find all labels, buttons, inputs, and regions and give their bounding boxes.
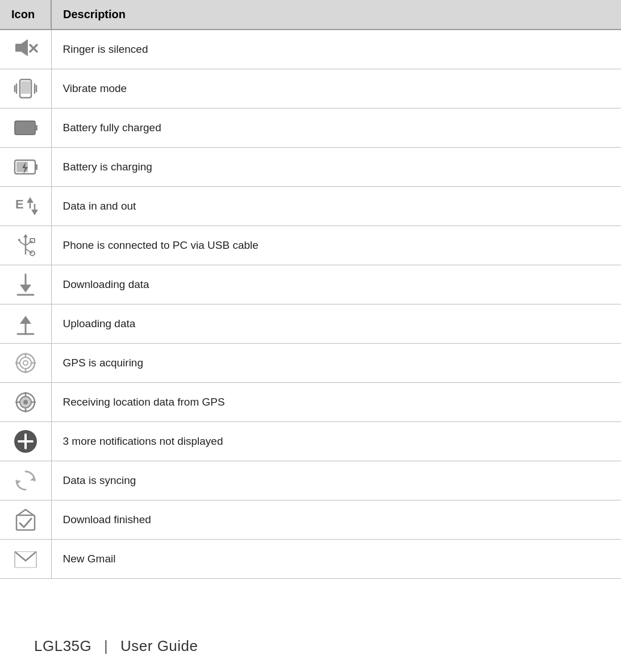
- battery-charging-icon: [0, 148, 51, 187]
- more-notifications-icon: [0, 422, 51, 461]
- row-description: 3 more notifications not displayed: [51, 422, 621, 461]
- svg-rect-54: [16, 515, 35, 530]
- row-description: Ringer is silenced: [51, 30, 621, 69]
- svg-marker-30: [20, 285, 31, 293]
- footer-separator: |: [104, 637, 108, 655]
- svg-point-37: [23, 361, 28, 365]
- svg-marker-1: [21, 39, 28, 56]
- gps-acquiring-icon: [0, 344, 51, 383]
- table-row: Ringer is silenced: [0, 30, 621, 69]
- row-description: Uploading data: [51, 304, 621, 344]
- footer: LGL35G | User Guide: [0, 615, 621, 672]
- data-syncing-icon: [0, 461, 51, 500]
- row-description: Data in and out: [51, 187, 621, 226]
- row-description: New Gmail: [51, 540, 621, 579]
- downloading-icon: [0, 265, 51, 304]
- header-icon-col: Icon: [0, 0, 51, 30]
- table-row: Download finished: [0, 500, 621, 540]
- row-description: Download finished: [51, 500, 621, 540]
- svg-marker-18: [27, 197, 34, 203]
- svg-point-44: [23, 400, 28, 404]
- row-description: GPS is acquiring: [51, 344, 621, 383]
- svg-rect-5: [21, 81, 30, 94]
- row-description: Battery fully charged: [51, 108, 621, 148]
- table-row: E Data in and out: [0, 187, 621, 226]
- footer-model: LGL35G: [34, 637, 91, 654]
- table-row: Vibrate mode: [0, 69, 621, 108]
- page-wrapper: Icon Description Ringer is silenced Vibr…: [0, 0, 621, 672]
- row-description: Downloading data: [51, 265, 621, 304]
- usb-connected-icon: [0, 226, 51, 265]
- data-in-out-icon: E: [0, 187, 51, 226]
- row-description: Vibrate mode: [51, 69, 621, 108]
- svg-text:E: E: [15, 197, 24, 211]
- new-gmail-icon: [0, 540, 51, 579]
- row-description: Phone is connected to PC via USB cable: [51, 226, 621, 265]
- row-description: Receiving location data from GPS: [51, 383, 621, 422]
- gps-receiving-icon: [0, 383, 51, 422]
- table-row: Data is syncing: [0, 461, 621, 500]
- row-description: Battery is charging: [51, 148, 621, 187]
- table-row: New Gmail: [0, 540, 621, 579]
- svg-marker-20: [31, 210, 38, 215]
- svg-marker-28: [18, 239, 21, 243]
- svg-rect-13: [35, 164, 37, 170]
- svg-rect-11: [35, 125, 37, 131]
- table-row: Battery is charging: [0, 148, 621, 187]
- table-row: 3 more notifications not displayed: [0, 422, 621, 461]
- svg-marker-26: [23, 234, 28, 237]
- download-finished-icon: [0, 500, 51, 540]
- table-row: Receiving location data from GPS: [0, 383, 621, 422]
- svg-point-36: [20, 357, 31, 369]
- header-description-col: Description: [51, 0, 621, 30]
- table-row: Uploading data: [0, 304, 621, 344]
- ringer-silenced-icon: [0, 30, 51, 69]
- svg-marker-53: [16, 481, 21, 485]
- row-description: Data is syncing: [51, 461, 621, 500]
- uploading-icon: [0, 304, 51, 344]
- table-row: GPS is acquiring: [0, 344, 621, 383]
- footer-subtitle: User Guide: [120, 637, 198, 654]
- svg-marker-52: [30, 476, 35, 481]
- table-header-row: Icon Description: [0, 0, 621, 30]
- table-row: Battery fully charged: [0, 108, 621, 148]
- svg-marker-33: [20, 316, 31, 324]
- table-row: Downloading data: [0, 265, 621, 304]
- battery-full-icon: [0, 108, 51, 148]
- svg-rect-10: [15, 121, 35, 135]
- svg-rect-0: [15, 44, 21, 52]
- table-row: Phone is connected to PC via USB cable: [0, 226, 621, 265]
- vibrate-mode-icon: [0, 69, 51, 108]
- icon-description-table: Icon Description Ringer is silenced Vibr…: [0, 0, 621, 579]
